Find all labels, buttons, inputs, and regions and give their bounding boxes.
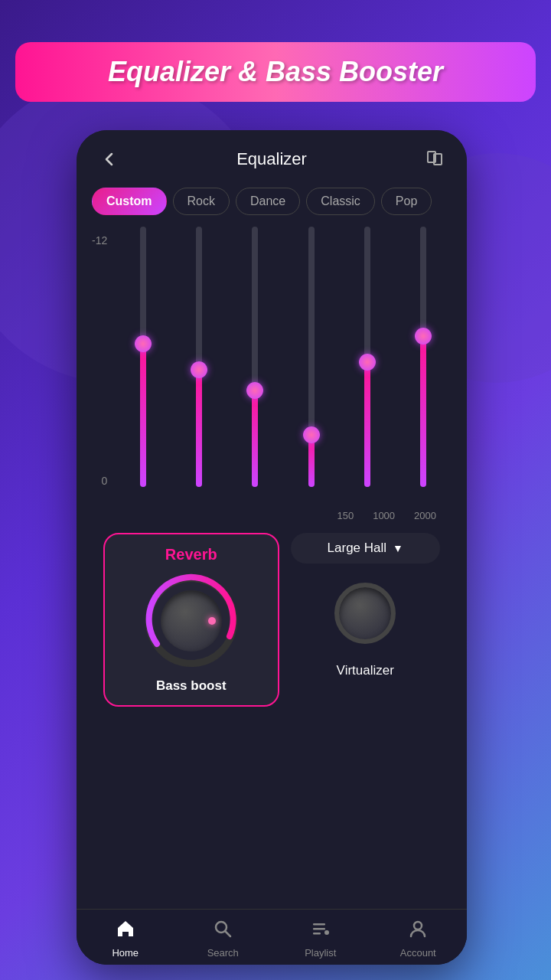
- account-icon: [408, 919, 428, 944]
- screen-header: Equalizer: [77, 130, 467, 184]
- nav-label-playlist: Playlist: [305, 947, 336, 959]
- preset-tab-custom[interactable]: Custom: [92, 188, 167, 215]
- virtualizer-knob-body: [334, 583, 396, 644]
- back-button[interactable]: [96, 145, 122, 172]
- search-icon: [213, 919, 233, 944]
- db-labels: -12 0: [92, 227, 107, 487]
- screen: Equalizer Custom Rock Dance Classic Pop …: [77, 130, 467, 965]
- freq-label-2000: 2000: [414, 510, 436, 521]
- slider-thumb-2[interactable]: [191, 361, 207, 378]
- home-icon: [116, 919, 135, 944]
- eq-slider-6[interactable]: [404, 227, 442, 487]
- header-title: Equalizer: [236, 149, 307, 169]
- bottom-navigation: Home Search: [77, 909, 467, 965]
- bass-boost-label: Bass boost: [156, 678, 227, 694]
- slider-fill-2: [196, 370, 202, 487]
- freq-label-1000: 1000: [373, 510, 395, 521]
- bottom-section: Reverb: [92, 525, 452, 718]
- slider-track-3[interactable]: [252, 227, 258, 487]
- eq-slider-4[interactable]: [292, 227, 331, 487]
- app-title: Equalizer & Bass Booster: [108, 56, 443, 88]
- slider-fill-5: [364, 362, 370, 487]
- slider-track-6[interactable]: [420, 227, 426, 487]
- preset-tab-classic[interactable]: Classic: [306, 188, 375, 215]
- eq-slider-1[interactable]: [124, 227, 162, 487]
- reverb-preset-value: Large Hall: [328, 541, 387, 556]
- virtualizer-knob[interactable]: [323, 571, 407, 655]
- svg-point-9: [414, 922, 422, 929]
- reverb-preset-dropdown[interactable]: Large Hall ▼: [291, 533, 441, 564]
- eq-slider-2[interactable]: [180, 227, 218, 487]
- slider-fill-3: [252, 390, 258, 487]
- slider-track-5[interactable]: [364, 227, 370, 487]
- dropdown-arrow-icon: ▼: [393, 542, 403, 554]
- sliders-row: [115, 227, 452, 487]
- bookmark-icon: [424, 149, 445, 170]
- eq-slider-5[interactable]: [348, 227, 386, 487]
- bookmark-button[interactable]: [421, 145, 448, 172]
- eq-slider-3[interactable]: [236, 227, 274, 487]
- reverb-card: Reverb: [103, 533, 279, 707]
- preset-tab-rock[interactable]: Rock: [173, 188, 230, 215]
- slider-thumb-6[interactable]: [415, 328, 432, 345]
- nav-label-search: Search: [207, 947, 239, 959]
- freq-label-150: 150: [337, 510, 354, 521]
- playlist-icon: [311, 919, 331, 944]
- back-icon: [101, 151, 118, 168]
- db-label-mid: 0: [92, 475, 107, 487]
- slider-fill-1: [140, 344, 146, 487]
- slider-thumb-4[interactable]: [303, 426, 320, 443]
- nav-label-account: Account: [400, 947, 436, 959]
- slider-track-4[interactable]: [308, 227, 315, 487]
- virtualizer-section: Large Hall ▼ Virtualizer: [291, 533, 441, 678]
- preset-tab-dance[interactable]: Dance: [236, 188, 300, 215]
- phone-frame: Equalizer Custom Rock Dance Classic Pop …: [77, 130, 467, 965]
- svg-point-8: [324, 930, 329, 935]
- knob-body: [161, 590, 222, 652]
- svg-line-4: [225, 931, 230, 936]
- svg-rect-6: [313, 928, 325, 930]
- app-banner: Equalizer & Bass Booster: [15, 42, 536, 102]
- db-label-high: -12: [92, 234, 107, 247]
- svg-rect-7: [313, 933, 321, 935]
- slider-thumb-1[interactable]: [135, 335, 152, 352]
- preset-tab-pop[interactable]: Pop: [381, 188, 432, 215]
- slider-fill-6: [420, 336, 426, 487]
- nav-item-home[interactable]: Home: [77, 919, 174, 959]
- nav-item-playlist[interactable]: Playlist: [272, 919, 370, 959]
- eq-sliders-container: -12 0: [92, 227, 452, 510]
- slider-thumb-5[interactable]: [359, 354, 376, 371]
- nav-item-account[interactable]: Account: [370, 919, 468, 959]
- nav-label-home: Home: [112, 947, 139, 959]
- equalizer-area: -12 0: [77, 219, 467, 909]
- slider-track-2[interactable]: [196, 227, 202, 487]
- slider-track-1[interactable]: [140, 227, 146, 487]
- svg-rect-5: [313, 923, 325, 926]
- reverb-title: Reverb: [165, 546, 217, 564]
- freq-labels: 150 1000 2000: [92, 510, 452, 521]
- bass-boost-knob[interactable]: [142, 571, 241, 671]
- knob-dot: [208, 617, 216, 625]
- virtualizer-label: Virtualizer: [337, 663, 394, 678]
- preset-tabs-container: Custom Rock Dance Classic Pop: [77, 184, 467, 219]
- slider-thumb-3[interactable]: [246, 382, 263, 399]
- nav-item-search[interactable]: Search: [174, 919, 272, 959]
